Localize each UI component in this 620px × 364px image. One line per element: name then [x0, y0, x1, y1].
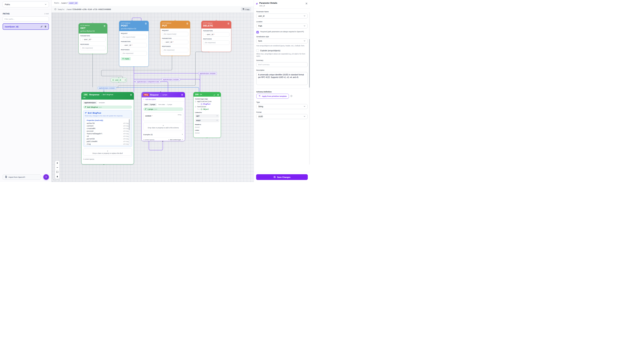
- drop-schema-zone[interactable]: + Drop class or property to add to this …: [143, 122, 183, 130]
- user-id-param-node[interactable]: {} user_id *: [111, 78, 127, 82]
- explode-checkbox-row[interactable]: Explode (arrays/objects): [256, 49, 308, 52]
- type-select[interactable]: String: [256, 104, 308, 109]
- apply-primitive-template-button[interactable]: Apply from primitive template: [256, 94, 289, 99]
- scrollbar[interactable]: [309, 12, 310, 165]
- edge-label[interactable]: application/json, text/plain: [198, 72, 217, 75]
- save-changes-button[interactable]: Save Changes: [256, 174, 308, 180]
- trash-icon[interactable]: [145, 22, 147, 25]
- pencil-icon: [145, 108, 146, 110]
- response-node-header: 200 Response → $ref: BlogPost OK: [81, 92, 134, 100]
- parameter-entry[interactable]: :user_id*: [121, 43, 147, 47]
- delete-path-icon[interactable]: [44, 25, 47, 28]
- parameter-entry[interactable]: :user_id*: [203, 32, 230, 37]
- get-method-node[interactable]: HTTP Method GET getUserByUserId PARAMETE…: [78, 23, 108, 54]
- format-select[interactable]: UUID: [256, 114, 308, 119]
- zoom-in-button[interactable]: [55, 161, 60, 165]
- property-row: excerptstring: [87, 130, 128, 132]
- unlink-icon[interactable]: [216, 115, 218, 117]
- location-select[interactable]: Path: [256, 24, 308, 29]
- parameter-entry[interactable]: :user_id*: [162, 40, 188, 44]
- checkbox-unchecked-icon[interactable]: [256, 49, 259, 52]
- edit-path-icon[interactable]: [40, 25, 43, 28]
- lock-button[interactable]: [55, 174, 60, 179]
- request-empty: (No request body): [121, 35, 147, 39]
- react-flow-attribution[interactable]: React Flow: [52, 179, 61, 181]
- linked-method-chip[interactable]: POST: [195, 119, 219, 122]
- edge-label[interactable]: application/json, text/plain: [98, 87, 116, 90]
- linked-method-chip[interactable]: GET: [195, 114, 219, 118]
- tab-form-data[interactable]: form-data → 1 props: [158, 104, 172, 105]
- trash-icon[interactable]: [186, 22, 188, 25]
- required-marker: *: [152, 115, 153, 117]
- request-node[interactable]: REQ Request → 1 props + Add description …: [141, 92, 185, 141]
- checkbox-checked-icon[interactable]: [256, 31, 259, 33]
- drop-ref-zone[interactable]: + Drop a class or property to replace th…: [83, 149, 132, 155]
- chevron-right-icon: [182, 134, 183, 136]
- ref-blogpost-pill[interactable]: $ref: BlogPost json: [83, 106, 132, 109]
- schema-field-content[interactable]: content* string: [143, 112, 183, 121]
- ref-link[interactable]: BlogPost: [203, 103, 211, 105]
- import-openapi-button[interactable]: Import from OpenAPI: [3, 174, 41, 180]
- put-method-node[interactable]: HTTP Method PUT REQUEST (No request body…: [160, 21, 190, 56]
- required-checkbox-row[interactable]: Required (path parameters are always req…: [256, 31, 308, 33]
- tab-text-plain[interactable]: text/plain: [99, 102, 105, 104]
- request-label: REQUEST: [121, 33, 147, 34]
- response-node[interactable]: 200 Response → $ref: BlogPost OK applica…: [81, 92, 134, 164]
- req-badge: REQ: [143, 93, 149, 96]
- tab-json[interactable]: json → 1 props: [143, 103, 157, 106]
- edge-label[interactable]: application/json, text/plain: [162, 78, 180, 81]
- responses-label: RESPONSES: [80, 44, 106, 45]
- check-icon[interactable]: [213, 94, 216, 96]
- close-icon[interactable]: [305, 2, 308, 5]
- edge-label[interactable]: application/json, multipart/form-data: [136, 80, 160, 83]
- ref-link[interactable]: Object: [203, 108, 209, 110]
- trash-icon[interactable]: [124, 79, 126, 81]
- trash-icon[interactable]: [227, 22, 230, 25]
- trash-icon[interactable]: [217, 94, 219, 96]
- sidebar: Paths PATHS 1 total /user/{user_id} Impo…: [0, 0, 52, 182]
- description-textarea[interactable]: A universally unique identifier (UUID) i…: [256, 72, 308, 85]
- responses-label: RESPONSES: [162, 46, 188, 47]
- zoom-out-button[interactable]: [55, 165, 60, 170]
- props-pill[interactable]: 1 props json: [143, 107, 183, 111]
- section-select[interactable]: Paths: [3, 1, 49, 7]
- tab-application-json[interactable]: application/json: [83, 101, 97, 104]
- post-method-node[interactable]: HTTP Method POST postUserByUserId REQUES…: [119, 21, 149, 67]
- scrollbar[interactable]: [129, 119, 130, 144]
- content-type-option[interactable]: application/json: [195, 101, 219, 102]
- parameter-details-panel: # Parameter Details user_id Parameter Na…: [254, 0, 310, 182]
- copy-button[interactable]: Copy: [241, 7, 251, 11]
- content-type-option[interactable]: text/plain: [195, 106, 219, 107]
- delete-method-node[interactable]: HTTP Method DELETE PARAMETERS :user_id* …: [201, 21, 231, 52]
- radio-icon[interactable]: [195, 101, 196, 102]
- add-node-button[interactable]: +: [43, 174, 49, 180]
- chevron-down-icon: [45, 3, 47, 6]
- method-name: DELETE: [203, 24, 230, 27]
- trash-icon[interactable]: [181, 94, 183, 96]
- path-param-chip[interactable]: user_id: [68, 2, 78, 4]
- parameter-name-select[interactable]: user_id: [256, 14, 308, 18]
- radio-icon[interactable]: [195, 106, 196, 107]
- trash-icon[interactable]: [103, 25, 106, 27]
- examples-row[interactable]: Examples (0): [143, 132, 183, 136]
- info-icon[interactable]: [290, 94, 292, 98]
- unlink-icon[interactable]: [216, 120, 218, 121]
- status-200-node[interactable]: 200 OK Content type map: application/jso…: [193, 92, 221, 138]
- fit-view-button[interactable]: [55, 170, 60, 174]
- property-row: publishedAtstring: [87, 140, 128, 143]
- operation-id: postUserByUserId: [121, 28, 147, 30]
- summary-input[interactable]: [256, 62, 308, 67]
- parameter-entry[interactable]: :user_id*: [80, 37, 106, 42]
- add-content-type-button[interactable]: + Add content type: [168, 139, 183, 140]
- public-badge[interactable]: Public: [121, 57, 131, 60]
- path-item-user-id[interactable]: /user/{user_id}: [3, 23, 49, 30]
- path-bar: Path: /user/ user_id: [52, 0, 254, 6]
- serialization-style-select[interactable]: form: [256, 39, 308, 44]
- path-item-label: /user/{user_id}: [5, 26, 39, 28]
- properties-list[interactable]: Properties (read-only) authorIdstring co…: [85, 118, 130, 145]
- add-description-button[interactable]: + Add description: [142, 97, 185, 102]
- plus-icon: +: [144, 124, 182, 127]
- trash-icon[interactable]: [130, 94, 132, 96]
- filter-paths-input[interactable]: [4, 18, 47, 20]
- property-row: featuredImageUrlstring: [87, 132, 128, 135]
